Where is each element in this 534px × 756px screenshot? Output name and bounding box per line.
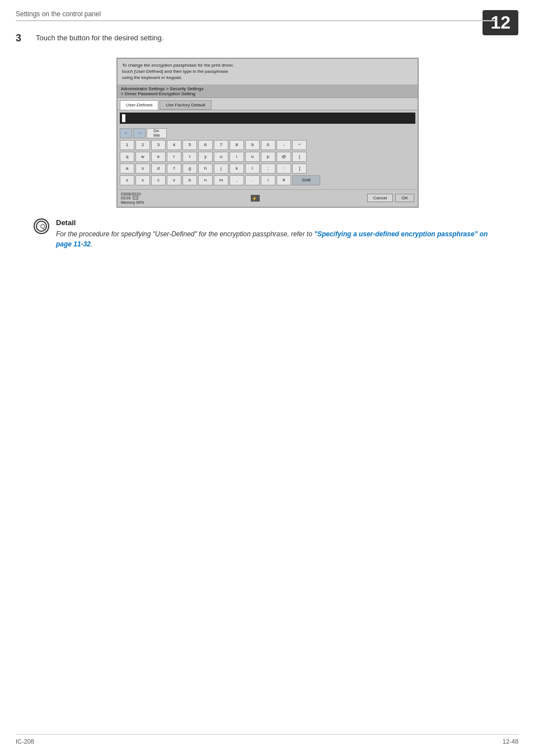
kb-key-l2[interactable]: ] [292, 164, 307, 174]
svg-text:Q: Q [40, 223, 45, 230]
kb-key-l[interactable]: l [245, 164, 260, 174]
device-breadcrumb: Administrator Settings > Security Settin… [118, 85, 418, 98]
svg-text:⚡: ⚡ [252, 196, 257, 201]
kb-key-o[interactable]: o [245, 152, 260, 162]
footer-buttons: Cancel OK [367, 194, 414, 202]
page-footer: IC-208 12-48 [16, 734, 518, 745]
kb-key-m[interactable]: m [214, 175, 228, 185]
kb-key-semicolon[interactable]: ; [261, 164, 275, 174]
footer-memory: Memory 90% [121, 200, 144, 204]
kb-shift-key[interactable]: Shift [292, 175, 320, 185]
kb-key-5[interactable]: 5 [182, 140, 197, 150]
kb-key-4[interactable]: 4 [167, 140, 181, 150]
footer-status-area: ⚡ [251, 195, 260, 202]
kb-key-t[interactable]: t [182, 152, 197, 162]
kb-asdf-row: a s d f g h j k l ; : ] [120, 164, 415, 174]
kb-key-7[interactable]: 7 [214, 140, 228, 150]
kb-key-bracket[interactable]: [ [292, 152, 307, 162]
keyboard-area: ← → De- lete 1 2 3 4 5 6 7 8 9 0 - ^ [118, 126, 418, 189]
device-info-text: To change the encryption passphrase for … [118, 59, 418, 85]
footer-page: 12-48 [503, 738, 518, 745]
kb-key-e[interactable]: e [151, 152, 166, 162]
kb-zxcv-row: z x c v b n m , . / ¥ Shift [120, 175, 415, 185]
kb-delete-key[interactable]: De- lete [147, 128, 167, 138]
step-container: 3 Touch the button for the desired setti… [16, 32, 519, 208]
kb-key-r[interactable]: r [167, 152, 181, 162]
kb-forward-key[interactable]: → [133, 128, 146, 138]
kb-key-slash[interactable]: / [261, 175, 275, 185]
kb-key-minus[interactable]: - [277, 140, 291, 150]
kb-key-y[interactable]: y [198, 152, 213, 162]
kb-key-yen[interactable]: ¥ [277, 175, 291, 185]
kb-key-k[interactable]: k [229, 164, 244, 174]
detail-title: Detail [56, 218, 493, 227]
kb-key-3[interactable]: 3 [151, 140, 166, 150]
kb-key-8[interactable]: 8 [229, 140, 244, 150]
kb-key-u[interactable]: u [214, 152, 228, 162]
kb-key-x[interactable]: x [135, 175, 150, 185]
detail-content: Detail For the procedure for specifying … [56, 218, 493, 249]
kb-key-6[interactable]: 6 [198, 140, 213, 150]
kb-key-j[interactable]: j [214, 164, 228, 174]
kb-key-b[interactable]: b [182, 175, 197, 185]
kb-key-c[interactable]: c [151, 175, 166, 185]
device-footer: 03/09/2010 03:03 ✉ Memory 90% ⚡ [118, 189, 418, 207]
kb-key-2[interactable]: 2 [135, 140, 150, 150]
kb-key-f[interactable]: f [167, 164, 181, 174]
cancel-button[interactable]: Cancel [367, 194, 394, 202]
kb-key-colon[interactable]: : [277, 164, 291, 174]
kb-key-at[interactable]: @ [277, 152, 291, 162]
kb-key-period[interactable]: . [245, 175, 260, 185]
input-cursor [122, 114, 125, 122]
kb-key-comma[interactable]: , [229, 175, 244, 185]
kb-key-z[interactable]: z [120, 175, 134, 185]
ok-button[interactable]: OK [395, 194, 414, 202]
kb-key-q[interactable]: q [120, 152, 134, 162]
page-header: Settings on the control panel [16, 10, 497, 21]
kb-key-s[interactable]: s [135, 164, 150, 174]
tab-user-defined[interactable]: User-Defined [120, 100, 158, 110]
footer-product: IC-208 [16, 738, 34, 745]
tab-row: User-Defined Use Factory Default [118, 98, 418, 110]
kb-key-n[interactable]: n [198, 175, 213, 185]
detail-icon: Q [34, 218, 49, 234]
kb-key-caret[interactable]: ^ [292, 140, 307, 150]
kb-number-row: 1 2 3 4 5 6 7 8 9 0 - ^ [120, 140, 415, 150]
kb-key-i[interactable]: i [229, 152, 244, 162]
device-screen: To change the encryption passphrase for … [116, 58, 419, 208]
footer-date: 03/09/2010 [121, 192, 144, 196]
input-area[interactable] [120, 113, 415, 124]
footer-datetime: 03/09/2010 03:03 ✉ Memory 90% [121, 192, 144, 204]
status-icon: ⚡ [251, 195, 260, 202]
detail-text-after: . [91, 240, 92, 248]
kb-key-v[interactable]: v [167, 175, 181, 185]
tab-factory-default[interactable]: Use Factory Default [160, 100, 212, 110]
detail-text-before: For the procedure for specifying "User-D… [56, 230, 314, 238]
kb-key-p[interactable]: p [261, 152, 275, 162]
detail-body: For the procedure for specifying "User-D… [56, 229, 493, 249]
step-instruction: Touch the button for the desired setting… [36, 34, 519, 42]
step-number: 3 [16, 32, 21, 44]
kb-key-9[interactable]: 9 [245, 140, 260, 150]
kb-key-g[interactable]: g [182, 164, 197, 174]
detail-section: Q Detail For the procedure for specifyin… [34, 218, 493, 249]
kb-nav-row: ← → De- lete [120, 128, 415, 138]
kb-key-a[interactable]: a [120, 164, 134, 174]
kb-qwerty-row: q w e r t y u i o p @ [ [120, 152, 415, 162]
kb-key-w[interactable]: w [135, 152, 150, 162]
kb-key-0[interactable]: 0 [261, 140, 275, 150]
footer-time: 03:03 ✉ [121, 196, 144, 200]
kb-key-h[interactable]: h [198, 164, 213, 174]
kb-back-key[interactable]: ← [120, 128, 132, 138]
kb-key-1[interactable]: 1 [120, 140, 134, 150]
kb-key-d[interactable]: d [151, 164, 166, 174]
